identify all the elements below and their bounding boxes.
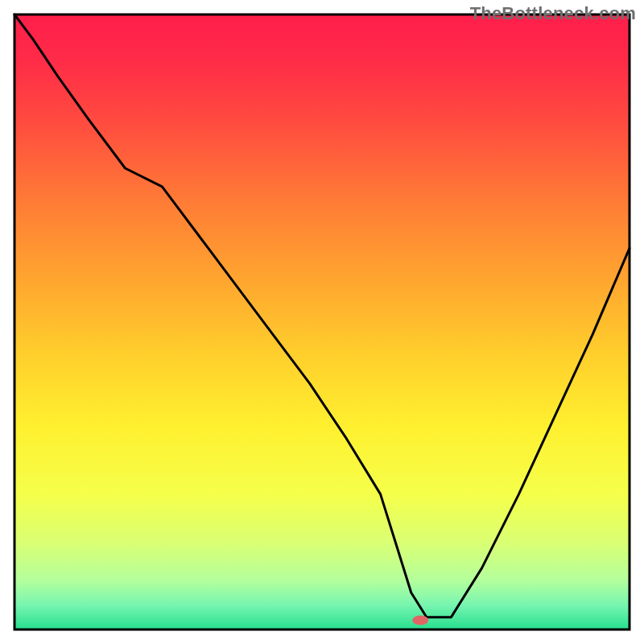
watermark-text: TheBottleneck.com [470,3,636,24]
bottleneck-chart [0,0,644,644]
chart-container: TheBottleneck.com [0,0,644,644]
optimal-marker [412,616,428,625]
plot-background [14,14,630,630]
